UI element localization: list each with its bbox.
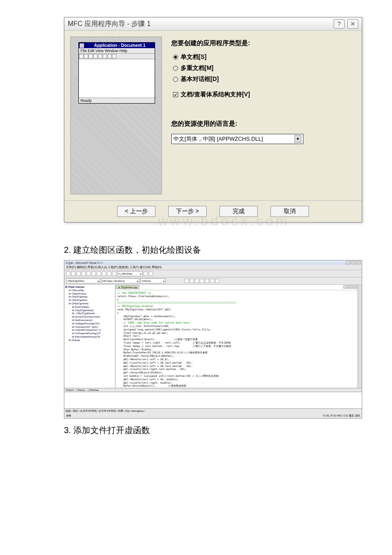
step2-caption: 2. 建立绘图区函数，初始化绘图设备 (64, 244, 383, 256)
search-combo[interactable]: m_MaxData▾ (117, 271, 143, 276)
radio-icon (173, 77, 178, 82)
toolbar-icon[interactable] (205, 279, 209, 283)
code-editor[interactable]: ◆ 37galView.cpp — □ × // the CREATESTRUC… (115, 285, 357, 388)
ide-toolbar-1: m_MaxData▾ (64, 270, 362, 278)
status-left: 就绪 (66, 414, 71, 418)
close-icon[interactable]: ✕ (347, 19, 358, 29)
toolbar-icon[interactable] (71, 272, 75, 276)
tree-node[interactable]: ⊞ CMy37galView() (65, 309, 114, 312)
tree-node[interactable]: ⊞ CMy37galApp (65, 295, 114, 299)
members-combo[interactable]: (All class members)▾ (101, 278, 139, 283)
radio-label: 单文档[S] (181, 53, 207, 61)
question-language: 您的资源使用的语言是: (171, 120, 354, 128)
func-combo[interactable]: OnDraw▾ (140, 278, 166, 283)
minimize-icon[interactable]: — (343, 285, 348, 289)
tree-node[interactable]: ⊞ OnPreparePrinting(CP (65, 332, 114, 335)
checkbox-icon (173, 92, 178, 97)
preview-toolbar (79, 54, 155, 59)
toolbar-icon[interactable] (184, 279, 189, 283)
preview-doc-title: Application - Document 1 (86, 43, 154, 48)
tree-node[interactable]: ⊞ OnBeginPrinting(CDC (65, 322, 114, 326)
step3-caption: 3. 添加文件打开虚函数 (64, 425, 383, 436)
radio-label: 基本对话框[D] (181, 75, 219, 83)
vc6-ide-window: 37gal - Microsoft Visual C++ — □ × 文件(F)… (64, 260, 362, 419)
wizard-title: MFC 应用程序向导 - 步骤 1 (68, 20, 151, 29)
tree-node[interactable]: ⊞ Globals (65, 339, 114, 342)
system-menu-icon (80, 43, 84, 48)
maximize-icon[interactable]: □ (348, 285, 352, 289)
scrollbar-vertical[interactable] (357, 285, 362, 388)
next-button[interactable]: 下一步 > (168, 206, 207, 217)
output-tabs[interactable]: 组建 / 调试 \ 在文件1中查找 \ 在文件2中查找 \ 结果 \ SQL D… (64, 409, 362, 413)
tree-node[interactable]: ⊞ CMy37galView (65, 302, 114, 306)
toolbar-icon[interactable] (66, 272, 70, 276)
ide-toolbar-2: CMy37galView▾ (All class members)▾ OnDra… (64, 278, 362, 285)
minimize-icon[interactable]: — (346, 261, 350, 264)
preview-menubar: File Edit View Window Help (79, 48, 155, 54)
toolbar-icon[interactable] (86, 272, 91, 276)
toolbar-icon[interactable] (215, 279, 219, 283)
tree-node[interactable]: ⊞ OnEndPrinting(CDC *p (65, 329, 114, 332)
preview-mini-window: Application - Document 1 File Edit View … (78, 42, 155, 104)
maximize-icon[interactable]: □ (351, 261, 355, 264)
ide-titlebar: 37gal - Microsoft Visual C++ — □ × (64, 260, 362, 265)
help-icon[interactable]: ? (334, 19, 345, 29)
radio-multi-doc[interactable]: 多重文档[M] (173, 64, 354, 72)
radio-single-doc[interactable]: 单文档[S] (173, 53, 354, 61)
tree-node[interactable]: ⊞ Dump(CDumpContext (65, 315, 114, 319)
tree-node[interactable]: ⊞ GetDocument() (65, 319, 114, 322)
tree-node[interactable]: ⊞ PreCreateWindow(CR (65, 335, 114, 339)
toolbar-icon[interactable] (76, 272, 81, 276)
radio-label: 多重文档[M] (181, 64, 213, 72)
preview-status: Ready (79, 98, 155, 103)
tree-node[interactable]: ⊞ CMainFrame (65, 292, 114, 296)
question-apptype: 您要创建的应用程序类型是: (171, 39, 354, 47)
tree-node[interactable]: ⊞ AssertValid() (65, 306, 114, 309)
toolbar-icon[interactable] (149, 272, 153, 276)
toolbar-icon[interactable] (190, 279, 194, 283)
chevron-down-icon: ▼ (294, 135, 301, 143)
close-icon[interactable]: × (353, 285, 357, 289)
finish-button[interactable]: 完成 (219, 206, 258, 217)
radio-dialog[interactable]: 基本对话框[D] (173, 75, 354, 83)
ide-menubar[interactable]: 文件(F) 编辑(E) 查看(V) 插入(I) 工程(P) 组建(B) 工具(T… (64, 265, 362, 270)
class-combo[interactable]: CMy37galView▾ (66, 278, 100, 283)
toolbar-icon[interactable] (144, 272, 148, 276)
language-value: 中文[简体，中国] [APPWZCHS.DLL] (173, 135, 263, 143)
cancel-button[interactable]: 取消 (271, 206, 309, 217)
close-icon[interactable]: × (356, 261, 360, 264)
toolbar-icon[interactable] (200, 279, 204, 283)
tree-node[interactable]: ⊞ ~CMy37galView() (65, 312, 114, 315)
toolbar-icon[interactable] (112, 272, 116, 276)
wizard-options: 您要创建的应用程序类型是: 单文档[S] 多重文档[M] 基本对话框[D] 文档… (170, 37, 356, 194)
language-select[interactable]: 中文[简体，中国] [APPWZCHS.DLL] ▼ (171, 134, 303, 144)
toolbar-icon[interactable] (102, 272, 106, 276)
checkbox-docview[interactable]: 文档/查看体系结构支持[V] (173, 91, 354, 98)
radio-icon (173, 66, 178, 71)
tree-node[interactable]: ⊞ CMy37galDoc (65, 299, 114, 302)
code-area[interactable]: // the CREATESTRUCT csreturn CView::PreC… (115, 290, 357, 388)
toolbar-icon[interactable] (97, 272, 101, 276)
mfc-wizard-dialog: MFC 应用程序向导 - 步骤 1 ? ✕ Application - Docu… (64, 17, 362, 223)
tree-node[interactable]: ⊞ OnDraw(CDC *pDC) (65, 326, 114, 329)
wizard-titlebar: MFC 应用程序向导 - 步骤 1 ? ✕ (64, 17, 362, 31)
wizard-footer: < 上一步 下一步 > 完成 取消 (64, 200, 362, 222)
toolbar-icon[interactable] (210, 279, 214, 283)
class-view-tree[interactable]: ⊟ 37gal classes ⊞ CAboutDlg⊞ CMainFrame⊞… (64, 285, 115, 388)
ide-title: 37gal - Microsoft Visual C++ (66, 261, 103, 264)
code-tab: ◆ 37galView.cpp (116, 285, 139, 289)
toolbar-icon[interactable] (92, 272, 96, 276)
back-button[interactable]: < 上一步 (117, 206, 156, 217)
workspace-tabs[interactable]: ClassV... | Resou... | FileView (64, 388, 362, 392)
radio-icon (173, 55, 178, 60)
status-bar: 就绪 行 83, 列 52 REC COL 覆盖 读取 (64, 413, 362, 418)
toolbar-icon[interactable] (81, 272, 86, 276)
checkbox-label: 文档/查看体系结构支持[V] (181, 91, 250, 98)
toolbar-icon[interactable] (195, 279, 199, 283)
preview-pane: Application - Document 1 File Edit View … (70, 37, 162, 194)
status-right: 行 83, 列 52 REC COL 覆盖 读取 (323, 414, 360, 418)
tree-node[interactable]: ⊞ CAboutDlg (65, 289, 114, 292)
output-window[interactable] (64, 392, 362, 409)
toolbar-icon[interactable] (107, 272, 111, 276)
